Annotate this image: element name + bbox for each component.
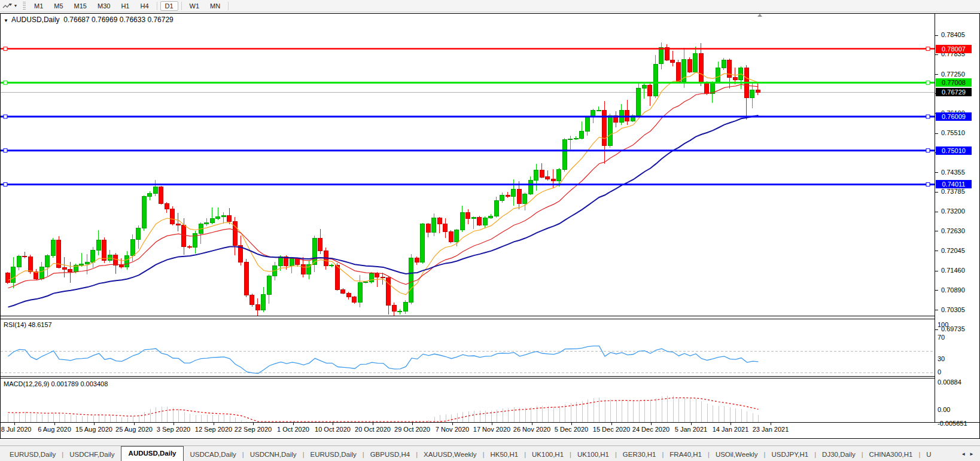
date-tick-mark	[333, 423, 333, 425]
rsi-label: RSI(14) 48.6157	[4, 321, 52, 328]
window-border-bottom	[0, 438, 980, 439]
price-tick-mark	[935, 271, 938, 271]
timeframe-button-m30[interactable]: M30	[93, 1, 115, 11]
date-tick-mark	[214, 423, 214, 425]
price-tick-mark	[935, 172, 938, 173]
chart-shift-marker[interactable]	[757, 14, 762, 17]
macd-panel-top-border	[0, 378, 935, 378]
rsi-scale-label: 100	[938, 321, 948, 328]
tab-ger30-h1[interactable]: GER30,H1	[617, 448, 662, 461]
tab-uk100-h1[interactable]: UK100,H1	[571, 448, 615, 461]
timeframe-button-mn[interactable]: MN	[205, 1, 225, 11]
timeframe-button-h1[interactable]: H1	[116, 1, 134, 11]
tab-gbpusd-h4[interactable]: GBPUSD,H4	[364, 448, 416, 461]
date-tick-mark	[532, 423, 532, 425]
timeframe-button-d1[interactable]: D1	[160, 1, 178, 11]
date-tick-mark	[651, 423, 652, 425]
time-axis-top-border	[0, 422, 980, 423]
timeframe-button-h4[interactable]: H4	[135, 1, 153, 11]
rsi-scale-label: 70	[938, 334, 945, 341]
moving-average-line	[8, 72, 759, 295]
tab-hk50-h1[interactable]: HK50,H1	[484, 448, 524, 461]
macd-panel-svg[interactable]	[1, 378, 935, 422]
chart-tool-icon[interactable]	[1, 1, 14, 11]
line-anchor-handle[interactable]	[926, 115, 930, 118]
date-tick-mark	[373, 423, 373, 425]
price-tick-label: 0.70305	[941, 306, 965, 313]
price-tag-level: 0.74011	[936, 180, 972, 188]
date-tick-mark	[54, 423, 55, 425]
chart-symbol-period: AUDUSD,Daily	[11, 16, 60, 24]
line-anchor-handle[interactable]	[926, 81, 930, 84]
line-anchor-handle[interactable]	[4, 115, 7, 118]
tab-usdcnh-daily[interactable]: USDCNH,Daily	[244, 448, 303, 461]
line-anchor-handle[interactable]	[4, 149, 7, 152]
timeframe-button-m1[interactable]: M1	[29, 1, 48, 11]
line-anchor-handle[interactable]	[4, 47, 7, 51]
line-anchor-handle[interactable]	[926, 47, 930, 51]
toolbar-grip[interactable]	[22, 2, 26, 10]
timeframe-button-m5[interactable]: M5	[49, 1, 68, 11]
line-anchor-handle[interactable]	[926, 149, 930, 152]
date-tick-mark	[412, 423, 413, 425]
price-tag-level: 0.75010	[936, 146, 972, 155]
tab-eurusd-daily[interactable]: EURUSD,Daily	[304, 448, 362, 461]
line-anchor-handle[interactable]	[4, 81, 7, 84]
chart-window: ▼AUDUSD,Daily 0.76687 0.76969 0.76633 0.…	[0, 13, 980, 440]
date-tick-mark	[452, 423, 453, 425]
price-tick-mark	[935, 192, 938, 193]
price-tick-label: 0.72045	[941, 247, 965, 254]
chart-title: ▼AUDUSD,Daily 0.76687 0.76969 0.76633 0.…	[4, 16, 174, 24]
tab-uk100-h1[interactable]: UK100,H1	[526, 448, 570, 461]
price-tick-label: 0.70890	[941, 286, 965, 294]
price-tick-mark	[935, 251, 938, 251]
date-tick-mark	[14, 423, 15, 425]
macd-scale-label: -0.005651	[938, 420, 967, 427]
timeframe-button-w1[interactable]: W1	[185, 1, 205, 11]
timeframe-toolbar: ▾ M1M5M15M30H1H4D1W1MN	[0, 0, 980, 12]
date-tick-mark	[134, 423, 135, 425]
line-anchor-handle[interactable]	[926, 182, 930, 186]
mt4-window: ▾ M1M5M15M30H1H4D1W1MN ▼AUDUSD,Daily 0.7…	[0, 0, 980, 461]
price-tick-label: 0.77250	[941, 71, 965, 78]
moving-average-line	[8, 84, 759, 288]
main-panel-bottom-border	[0, 316, 935, 316]
toolbar-separator	[228, 2, 229, 10]
tab-eurusd-daily[interactable]: EURUSD,Daily	[4, 448, 62, 461]
rsi-panel-svg[interactable]	[1, 319, 935, 376]
date-tick-mark	[253, 423, 254, 425]
date-tick-mark	[293, 423, 294, 425]
price-tick-label: 0.71460	[941, 267, 965, 274]
price-tick-mark	[935, 133, 938, 134]
price-tick-mark	[935, 329, 938, 330]
rsi-scale-label: 30	[938, 355, 945, 362]
toolbar-separator	[181, 2, 182, 10]
macd-scale-label: 0.00	[938, 406, 950, 413]
tab-dj30-daily[interactable]: DJ30,Daily	[816, 448, 862, 461]
tab-usdjpy-h1[interactable]: USDJPY,H1	[765, 448, 814, 461]
tabs-scroll-right-icon[interactable]: ►	[969, 451, 978, 457]
tab-usoil-weekly[interactable]: USOil,Weekly	[710, 448, 764, 461]
tab-u[interactable]: U	[920, 448, 937, 461]
tab-xauusd-weekly[interactable]: XAUUSD,Weekly	[418, 448, 483, 461]
price-tag-level: 0.77008	[936, 78, 972, 87]
tab-usdcad-daily[interactable]: USDCAD,Daily	[184, 448, 242, 461]
rsi-panel-top-border	[0, 319, 935, 319]
chart-collapse-icon[interactable]: ▼	[4, 18, 8, 23]
chevron-down-icon[interactable]: ▾	[14, 3, 17, 8]
timeframe-button-m15[interactable]: M15	[69, 1, 92, 11]
line-anchor-handle[interactable]	[4, 182, 7, 186]
price-tick-label: 0.74355	[941, 169, 965, 176]
tabs-scroll-left-icon[interactable]: ◄	[961, 451, 969, 457]
tab-china300-h1[interactable]: CHINA300,H1	[863, 448, 919, 461]
price-tag-level: 0.78007	[936, 45, 972, 53]
price-tick-label: 0.72630	[941, 227, 965, 234]
tab-usdchf-daily[interactable]: USDCHF,Daily	[63, 448, 120, 461]
main-chart-svg[interactable]	[1, 13, 935, 316]
tab-fra40-h1[interactable]: FRA40,H1	[664, 448, 708, 461]
macd-signal-line	[8, 398, 759, 422]
date-tick-mark	[771, 423, 771, 425]
rsi-line	[8, 346, 759, 374]
price-tick-mark	[935, 290, 938, 291]
tab-audusd-daily[interactable]: AUDUSD,Daily	[121, 446, 184, 461]
